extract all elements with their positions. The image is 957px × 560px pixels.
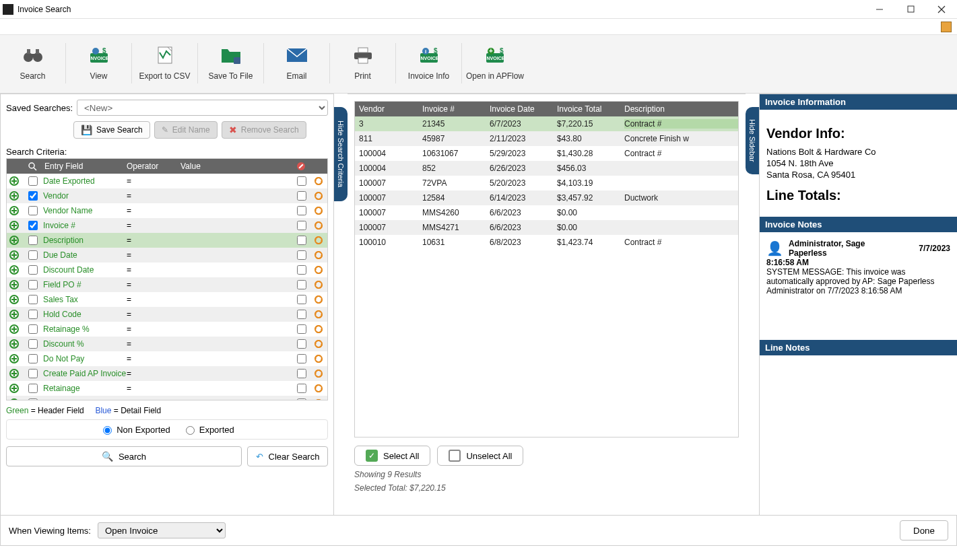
- add-row-icon[interactable]: [7, 221, 22, 230]
- criteria-operator[interactable]: =: [127, 236, 180, 245]
- add-row-icon[interactable]: [7, 265, 22, 275]
- criteria-row[interactable]: Sales Tax=: [7, 292, 327, 307]
- save-search-button[interactable]: 💾 Save Search: [73, 121, 150, 139]
- criteria-operator[interactable]: =: [127, 221, 180, 230]
- radio-non-exported[interactable]: Non Exported: [100, 424, 170, 435]
- criteria-field[interactable]: Do Not Pay: [43, 354, 127, 363]
- toolbar-export-csv[interactable]: Export to CSV: [132, 43, 198, 83]
- close-button[interactable]: [926, 0, 957, 19]
- results-row[interactable]: 100007MMS42606/6/2023$0.00: [355, 205, 738, 220]
- criteria-checkbox[interactable]: [28, 206, 38, 215]
- radio-non-exported-input[interactable]: [103, 426, 112, 435]
- refresh-row-icon[interactable]: [310, 279, 327, 290]
- criteria-field[interactable]: Retainage: [43, 384, 127, 393]
- done-button[interactable]: Done: [900, 520, 948, 540]
- add-row-icon[interactable]: [7, 398, 22, 400]
- criteria-operator[interactable]: =: [127, 250, 180, 260]
- add-row-icon[interactable]: [7, 191, 22, 201]
- add-row-icon[interactable]: [7, 250, 22, 260]
- criteria-operator[interactable]: =: [127, 295, 180, 304]
- edit-name-button[interactable]: ✎ Edit Name: [154, 121, 218, 139]
- radio-exported[interactable]: Exported: [183, 424, 234, 435]
- add-row-icon[interactable]: [7, 384, 22, 393]
- toolbar-print[interactable]: Print: [330, 43, 396, 83]
- search-button[interactable]: 🔍 Search: [6, 446, 242, 466]
- results-grid[interactable]: Vendor Invoice # Invoice Date Invoice To…: [354, 101, 739, 438]
- add-row-icon[interactable]: [7, 236, 22, 245]
- criteria-operator[interactable]: =: [127, 384, 180, 393]
- criteria-not-checkbox[interactable]: [297, 324, 306, 334]
- col-invoice[interactable]: Invoice #: [422, 104, 490, 114]
- toolbar-open-apflow[interactable]: INVOICE+$ Open in APFlow: [462, 43, 528, 83]
- criteria-field[interactable]: Create Paid AP Invoice: [43, 369, 127, 378]
- criteria-checkbox[interactable]: [28, 310, 38, 319]
- criteria-not-checkbox[interactable]: [297, 265, 306, 275]
- refresh-row-icon[interactable]: [310, 250, 327, 260]
- criteria-operator[interactable]: =: [127, 191, 180, 201]
- refresh-row-icon[interactable]: [310, 368, 327, 379]
- viewing-select[interactable]: Open Invoice: [98, 522, 226, 538]
- criteria-field[interactable]: Discount Date: [43, 265, 127, 275]
- add-row-icon[interactable]: [7, 324, 22, 334]
- criteria-checkbox[interactable]: [28, 339, 38, 349]
- criteria-not-checkbox[interactable]: [297, 250, 306, 260]
- criteria-row[interactable]: Discount Date=: [7, 262, 327, 277]
- add-row-icon[interactable]: [7, 206, 22, 215]
- criteria-checkbox[interactable]: [28, 176, 38, 186]
- toolbar-view[interactable]: INVOICE$ View: [66, 43, 132, 83]
- add-row-icon[interactable]: [7, 354, 22, 363]
- criteria-checkbox[interactable]: [28, 265, 38, 275]
- refresh-row-icon[interactable]: [310, 176, 327, 186]
- criteria-not-checkbox[interactable]: [297, 236, 306, 245]
- criteria-operator[interactable]: =: [127, 339, 180, 349]
- criteria-row[interactable]: Vendor Name=: [7, 203, 327, 218]
- criteria-operator[interactable]: =: [127, 324, 180, 334]
- criteria-checkbox[interactable]: [28, 236, 38, 245]
- add-row-icon[interactable]: [7, 339, 22, 349]
- refresh-row-icon[interactable]: [310, 265, 327, 275]
- criteria-not-checkbox[interactable]: [297, 191, 306, 201]
- unselect-all-button[interactable]: Unselect All: [437, 446, 523, 466]
- criteria-checkbox[interactable]: [28, 280, 38, 289]
- col-invoice-total[interactable]: Invoice Total: [557, 104, 624, 114]
- criteria-not-checkbox[interactable]: [297, 384, 306, 393]
- toolbar-save-file[interactable]: Save To File: [198, 43, 264, 83]
- criteria-operator[interactable]: =: [127, 206, 180, 215]
- criteria-field[interactable]: Due Date: [43, 250, 127, 260]
- criteria-operator[interactable]: =: [127, 354, 180, 363]
- criteria-row[interactable]: Create Paid AP Invoice=: [7, 366, 327, 381]
- toolbar-invoice-info[interactable]: INVOICEi$ Invoice Info: [396, 43, 462, 83]
- criteria-not-checkbox[interactable]: [297, 369, 306, 378]
- criteria-field[interactable]: Retainage %: [43, 324, 127, 334]
- refresh-row-icon[interactable]: [310, 383, 327, 394]
- add-row-icon[interactable]: [7, 280, 22, 289]
- add-row-icon[interactable]: [7, 369, 22, 378]
- add-row-icon[interactable]: [7, 310, 22, 319]
- criteria-checkbox[interactable]: [28, 295, 38, 304]
- remove-search-button[interactable]: ✖ Remove Search: [222, 121, 306, 139]
- criteria-row[interactable]: Field PO #=: [7, 277, 327, 292]
- criteria-checkbox[interactable]: [28, 398, 38, 400]
- criteria-checkbox[interactable]: [28, 354, 38, 363]
- criteria-not-checkbox[interactable]: [297, 310, 306, 319]
- refresh-row-icon[interactable]: [310, 205, 327, 216]
- results-row[interactable]: 100007MMS42716/6/2023$0.00: [355, 220, 738, 235]
- clear-search-button[interactable]: ↶ Clear Search: [247, 446, 328, 466]
- hide-criteria-tab[interactable]: Hide Search Criteria: [334, 107, 348, 201]
- refresh-row-icon[interactable]: [310, 324, 327, 335]
- results-row[interactable]: 100004106310675/29/2023$1,430.28Contract…: [355, 146, 738, 161]
- results-row[interactable]: 811459872/11/2023$43.80Concrete Finish w: [355, 131, 738, 146]
- criteria-grid[interactable]: Entry Field Operator Value Date Exported…: [6, 158, 328, 400]
- refresh-row-icon[interactable]: [310, 353, 327, 364]
- criteria-checkbox[interactable]: [28, 369, 38, 378]
- refresh-row-icon[interactable]: [310, 220, 327, 231]
- add-row-icon[interactable]: [7, 295, 22, 304]
- criteria-not-checkbox[interactable]: [297, 176, 306, 186]
- results-row[interactable]: 100010106316/8/2023$1,423.74Contract #: [355, 235, 738, 250]
- criteria-row[interactable]: Retainage=: [7, 381, 327, 396]
- criteria-checkbox[interactable]: [28, 221, 38, 230]
- criteria-operator[interactable]: =: [127, 369, 180, 378]
- criteria-operator[interactable]: =: [127, 398, 180, 400]
- criteria-field[interactable]: Sales Tax: [43, 295, 127, 304]
- criteria-checkbox[interactable]: [28, 191, 38, 201]
